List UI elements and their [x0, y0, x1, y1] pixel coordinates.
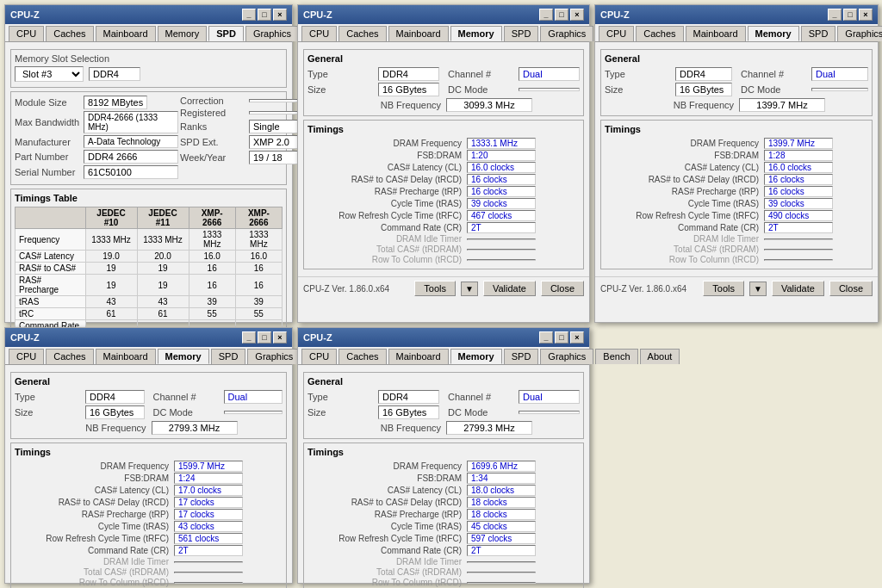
maximize-btn-5[interactable]: □ [555, 331, 568, 344]
maximize-btn-1[interactable]: □ [258, 9, 271, 21]
cmd-rate-val-5: 2T [467, 545, 536, 556]
tools-btn-3[interactable]: Tools [703, 281, 744, 296]
tab-cpu-5[interactable]: CPU [301, 349, 337, 364]
fsb-label-2: FSB:DRAM [307, 151, 467, 160]
tab-spd-4[interactable]: SPD [211, 349, 246, 364]
close-btn-footer-3[interactable]: Close [829, 281, 873, 296]
minimize-btn-4[interactable]: _ [242, 331, 256, 344]
dcmode-label-2: DC Mode [448, 84, 517, 95]
tab-spd-5[interactable]: SPD [504, 349, 539, 364]
tab-mainboard-2[interactable]: Mainboard [388, 26, 449, 41]
th-empty [16, 207, 86, 229]
row-refresh-row-5: Row Refresh Cycle Time (tRFC) 597 clocks [307, 533, 580, 544]
dram-idle-row-5: DRAM Idle Timer [307, 557, 580, 566]
rascas-label: RAS# to CAS# [16, 263, 86, 275]
tab-memory-1[interactable]: Memory [158, 26, 208, 41]
validate-btn-3[interactable]: Validate [772, 281, 824, 296]
tab-spd-1[interactable]: SPD [208, 26, 244, 41]
slot-selector[interactable]: Slot #3 Slot #1 Slot #2 Slot #4 [15, 66, 84, 82]
cas-lat-val-5: 18.0 clocks [467, 485, 536, 496]
row-refresh-row-3: Row Refresh Cycle Time (tRFC) 490 clocks [605, 210, 868, 221]
tools-arrow-2[interactable]: ▼ [461, 282, 478, 296]
raspc-label: RAS# Precharge [16, 275, 86, 296]
tab-graphics-1[interactable]: Graphics [245, 26, 299, 41]
tab-cpu-4[interactable]: CPU [9, 349, 44, 364]
window-1: CPU-Z _ □ × CPU Caches Mainboard Memory … [4, 4, 293, 323]
dram-freq-label-5: DRAM Frequency [307, 461, 467, 471]
tab-memory-2[interactable]: Memory [450, 26, 502, 41]
tools-btn-2[interactable]: Tools [414, 281, 456, 296]
tab-memory-5[interactable]: Memory [450, 349, 502, 364]
part-label: Part Number [15, 152, 84, 162]
tab-cpu-2[interactable]: CPU [301, 26, 337, 41]
nbfreq-val-3: 1399.7 MHz [739, 98, 825, 112]
close-btn-1[interactable]: × [273, 9, 287, 21]
maximize-btn-4[interactable]: □ [258, 331, 271, 344]
tab-caches-4[interactable]: Caches [46, 349, 93, 364]
minimize-btn-1[interactable]: _ [242, 9, 256, 21]
type-label-4: Type [15, 392, 84, 402]
tab-caches-3[interactable]: Caches [636, 26, 683, 41]
close-btn-4[interactable]: × [273, 331, 287, 344]
tras-label: tRAS [16, 296, 86, 308]
dram-idle-row-3: DRAM Idle Timer [605, 234, 868, 244]
tab-mainboard-3[interactable]: Mainboard [686, 26, 746, 41]
close-btn-footer-2[interactable]: Close [541, 281, 584, 296]
cmd-rate-row-3: Command Rate (CR) 2T [605, 222, 868, 233]
cmd-rate-val-2: 2T [467, 222, 536, 233]
tab-caches-2[interactable]: Caches [339, 26, 386, 41]
row-col-val-4 [174, 582, 243, 584]
footer-2: CPU-Z Ver. 1.86.0.x64 Tools ▼ Validate C… [298, 276, 589, 300]
validate-btn-2[interactable]: Validate [483, 281, 536, 296]
cas-lat-row-3: CAS# Latency (CL) 16.0 clocks [605, 162, 868, 173]
total-cas-label-5: Total CAS# (tRDRAM) [307, 567, 467, 577]
tab-spd-2[interactable]: SPD [504, 26, 539, 41]
row-refresh-val-5: 597 clocks [467, 533, 536, 544]
row-col-label-4: Row To Column (tRCD) [15, 578, 174, 587]
tab-bench-5[interactable]: Bench [595, 349, 637, 364]
tab-caches-5[interactable]: Caches [339, 349, 386, 364]
row-refresh-row-4: Row Refresh Cycle Time (tRFC) 561 clocks [15, 533, 283, 544]
window-5: CPU-Z _ □ × CPU Caches Mainboard Memory … [297, 327, 590, 584]
tools-arrow-3[interactable]: ▼ [749, 282, 767, 296]
total-cas-val-2 [467, 249, 536, 251]
part-val: DDR4 2666 [84, 150, 178, 164]
dcmode-val-2 [519, 88, 580, 91]
raspc-row: RAS# Precharge 19 19 16 16 [16, 275, 283, 296]
tab-cpu-1[interactable]: CPU [9, 26, 44, 41]
close-btn-2[interactable]: × [570, 9, 584, 21]
title-buttons-3: _ □ × [828, 9, 873, 21]
cas-lat-row-4: CAS# Latency (CL) 17.0 clocks [15, 485, 283, 496]
content-3: General Type DDR4 Channel # Dual Size 16… [595, 42, 878, 276]
tab-caches-1[interactable]: Caches [46, 26, 93, 41]
tab-graphics-2[interactable]: Graphics [540, 26, 593, 41]
fsb-val-4: 1:24 [174, 473, 243, 484]
total-cas-row-4: Total CAS# (tRDRAM) [15, 567, 283, 577]
tab-graphics-5[interactable]: Graphics [540, 349, 593, 364]
minimize-btn-5[interactable]: _ [539, 331, 553, 344]
tab-memory-3[interactable]: Memory [748, 26, 799, 41]
tab-about-5[interactable]: About [640, 349, 680, 364]
tab-mainboard-4[interactable]: Mainboard [96, 349, 156, 364]
tab-graphics-4[interactable]: Graphics [247, 349, 301, 364]
tras-j11: 43 [137, 296, 189, 308]
tab-mainboard-5[interactable]: Mainboard [388, 349, 449, 364]
tab-mainboard-1[interactable]: Mainboard [96, 26, 156, 41]
close-btn-5[interactable]: × [570, 331, 584, 344]
type-val-4: DDR4 [85, 390, 145, 404]
maximize-btn-2[interactable]: □ [555, 9, 568, 21]
tab-cpu-3[interactable]: CPU [599, 26, 634, 41]
serial-label: Serial Number [15, 167, 84, 177]
minimize-btn-2[interactable]: _ [539, 9, 553, 21]
tab-graphics-3[interactable]: Graphics [837, 26, 882, 41]
cycle-row-4: Cycle Time (tRAS) 43 clocks [15, 521, 283, 532]
ras-cas-val-2: 16 clocks [467, 174, 536, 185]
close-btn-3[interactable]: × [859, 9, 873, 21]
tab-memory-4[interactable]: Memory [158, 349, 209, 364]
minimize-btn-3[interactable]: _ [828, 9, 842, 21]
th-xmp2: XMP-2666 [235, 207, 282, 229]
tab-spd-3[interactable]: SPD [801, 26, 836, 41]
type-val-5: DDR4 [378, 390, 439, 404]
maximize-btn-3[interactable]: □ [843, 9, 857, 21]
row-col-val-3 [764, 259, 833, 261]
